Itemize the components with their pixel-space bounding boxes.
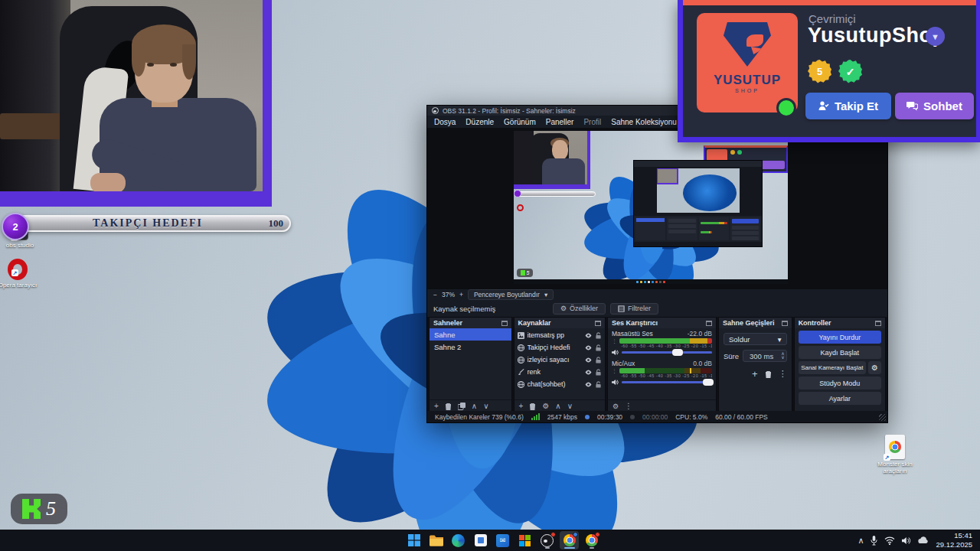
taskbar-clock[interactable]: 15:41 29.12.2025 (936, 531, 977, 549)
chat-button[interactable]: Sohbet (895, 93, 974, 119)
onedrive-cloud-icon[interactable] (918, 536, 929, 544)
eye-icon[interactable] (585, 369, 592, 376)
obs-preview-canvas[interactable]: 5 (427, 128, 887, 289)
file-explorer-button[interactable] (426, 531, 446, 549)
studio-mode-button[interactable]: Stüdyo Modu (799, 377, 881, 390)
menu-dosya[interactable]: Dosya (434, 118, 456, 126)
source-row[interactable]: renk (514, 366, 605, 378)
transition-select[interactable]: Soldur ▾ (724, 333, 787, 345)
volume-slider[interactable] (622, 351, 712, 354)
speaker-icon[interactable] (612, 379, 619, 386)
channel-menu-icon[interactable]: ⋮ (612, 370, 617, 373)
volume-icon[interactable] (902, 536, 911, 545)
move-scene-up-button[interactable]: ∧ (472, 402, 477, 410)
browser-icon (518, 357, 524, 364)
obs-scene-preview[interactable]: 5 (514, 131, 788, 284)
source-row[interactable]: Takipçi Hedefi (514, 341, 605, 354)
eye-icon[interactable] (585, 332, 592, 339)
zoom-out-button[interactable]: − (433, 291, 437, 298)
move-source-up-button[interactable]: ∧ (555, 402, 560, 410)
scene-item-sahne-2[interactable]: Sahne 2 (430, 341, 511, 353)
eye-icon[interactable] (585, 381, 592, 388)
dock-popout-icon[interactable] (875, 321, 881, 326)
zoom-in-button[interactable]: + (459, 291, 463, 298)
lock-icon[interactable] (595, 357, 602, 364)
tray-chevron-up-icon[interactable]: ∧ (858, 536, 864, 546)
filters-button[interactable]: Filtreler (610, 303, 658, 315)
virtual-camera-button[interactable]: Sanal Kamerayı Başlat (799, 361, 866, 374)
source-row[interactable]: izleyici sayacı (514, 354, 605, 366)
menu-profil[interactable]: Profil (583, 118, 601, 126)
desktop-icon-chrome-document[interactable]: ↗ Monster skin araçların (871, 435, 920, 474)
goal-target: 100 (269, 217, 284, 230)
volume-slider[interactable] (622, 381, 712, 383)
properties-button[interactable]: ⚙ Özellikler (553, 303, 606, 315)
start-button[interactable] (404, 531, 423, 549)
start-recording-button[interactable]: Kaydı Başlat (799, 346, 881, 359)
source-row[interactable]: itemsatış pp (514, 329, 605, 341)
lock-icon[interactable] (595, 381, 602, 388)
eye-icon[interactable] (585, 357, 592, 364)
source-properties-button[interactable]: ⚙ (542, 402, 549, 410)
desktop-icon-opera[interactable]: ↗ Opera tarayıcı (0, 259, 42, 289)
dock-popout-icon[interactable] (782, 321, 788, 326)
move-source-down-button[interactable]: ∨ (567, 402, 573, 410)
add-transition-button[interactable]: + (752, 368, 758, 380)
menu-sahne-koleksiyonu[interactable]: Sahne Koleksiyonu (611, 118, 677, 126)
mini-goal-dot (514, 190, 521, 197)
duplicate-scene-button[interactable] (458, 403, 466, 410)
obs-window[interactable]: OBS 31.1.2 - Profil: İsimsiz - Sahneler:… (426, 105, 888, 423)
follow-button[interactable]: Takip Et (805, 93, 891, 119)
menu-duzenle[interactable]: Düzenle (466, 118, 494, 126)
mini-kick-counter: 5 (517, 269, 533, 277)
channel-menu-icon[interactable]: ⋮ (612, 340, 617, 343)
volume-meter (619, 368, 712, 373)
lock-icon[interactable] (595, 344, 602, 351)
chrome-taskbar-button-2[interactable] (582, 531, 601, 549)
add-source-button[interactable]: + (519, 402, 524, 410)
menu-paneller[interactable]: Paneller (546, 118, 574, 126)
transition-properties-icon[interactable]: ⋮ (779, 369, 787, 379)
lock-icon[interactable] (595, 332, 602, 339)
record-time: 00:00:00 (642, 413, 668, 421)
stream-time: 00:39:30 (597, 413, 622, 421)
lock-icon[interactable] (595, 369, 602, 376)
menu-gorunum[interactable]: Görünüm (504, 118, 536, 126)
dock-popout-icon[interactable] (706, 321, 712, 326)
wifi-icon[interactable] (884, 536, 895, 545)
channel-name: Mic/Aux (612, 360, 635, 367)
chrome-taskbar-button-active[interactable] (560, 531, 579, 549)
source-row[interactable]: chat(sohbet) (514, 378, 605, 390)
controls-dock-title: Kontroller (799, 319, 831, 327)
remove-scene-button[interactable] (445, 403, 452, 410)
browser-icon (518, 381, 524, 388)
mail-button[interactable]: ✉ (493, 531, 512, 549)
stop-streaming-button[interactable]: Yayını Durdur (799, 331, 881, 344)
advanced-audio-icon[interactable]: ⚙ (612, 403, 619, 410)
duration-spinner[interactable]: 300 ms ∧∨ (743, 350, 787, 362)
channel-avatar[interactable]: YUSUTUP SHOP (697, 13, 798, 112)
clock-date: 29.12.2025 (936, 540, 972, 549)
speaker-icon[interactable] (612, 349, 619, 356)
resize-grip[interactable] (879, 414, 886, 421)
mixer-menu-icon[interactable]: ⋮ (625, 402, 632, 410)
eye-icon[interactable] (585, 344, 592, 351)
panel-top-strip (683, 0, 976, 5)
add-scene-button[interactable]: + (434, 402, 439, 410)
remove-source-button[interactable] (529, 403, 536, 410)
microsoft-store-button[interactable] (515, 531, 534, 549)
settings-button[interactable]: Ayarlar (799, 392, 881, 405)
remove-transition-button[interactable] (765, 370, 772, 378)
spinner-arrows[interactable]: ∧∨ (781, 352, 784, 360)
dock-popout-icon[interactable] (595, 321, 601, 326)
virtual-camera-settings-button[interactable]: ⚙ (868, 361, 881, 374)
fit-to-window-dropdown[interactable]: Pencereye Boyutlandır ▾ (468, 289, 554, 300)
scene-item-sahne[interactable]: Sahne (430, 328, 511, 341)
edge-button[interactable] (449, 531, 468, 549)
microphone-icon[interactable] (871, 536, 877, 546)
widgets-button[interactable] (471, 531, 490, 549)
obs-taskbar-button[interactable] (537, 531, 557, 549)
dock-popout-icon[interactable] (501, 321, 508, 326)
move-scene-down-button[interactable]: ∨ (483, 402, 488, 410)
channel-dropdown-button[interactable]: ▼ (926, 27, 945, 46)
